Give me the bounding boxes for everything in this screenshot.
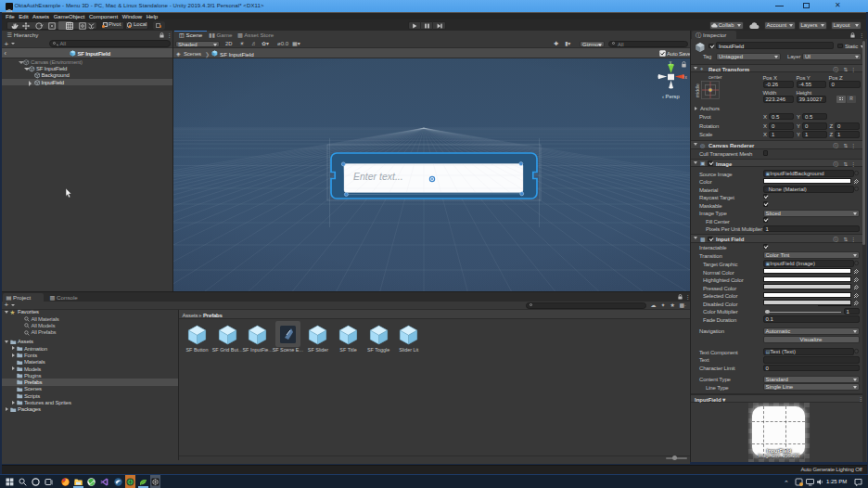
svg-text:Enter text...: Enter text... — [353, 171, 403, 182]
svg-text:‹ Persp: ‹ Persp — [662, 94, 680, 99]
